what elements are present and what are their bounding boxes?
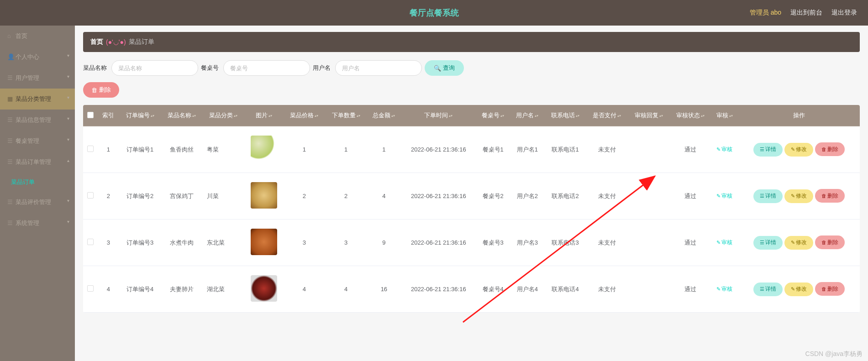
cell-order-no: 订单编号3 [119,220,161,266]
edit-icon: ✎ [791,193,795,199]
cell-reply [628,173,669,220]
col-status[interactable]: 审核状态▴▾ [669,105,711,126]
checkbox-all[interactable] [87,112,94,118]
audit-link[interactable]: ✎审核 [716,285,732,293]
col-price[interactable]: 菜品价格▴▾ [284,105,325,126]
sidebar-item-profile[interactable]: 👤个人中心▾ [0,47,75,68]
detail-button[interactable]: ☰详情 [753,283,783,296]
dish-thumbnail[interactable] [251,275,277,302]
col-paid[interactable]: 是否支付▴▾ [586,105,628,126]
chevron-down-icon: ▾ [67,53,69,58]
cell-phone: 联系电话1 [545,126,586,173]
cell-reply [628,126,669,173]
cell-order-no: 订单编号2 [119,173,161,220]
table-row: 4订单编号4夫妻肺片湖北菜44162022-06-21 21:36:16餐桌号4… [83,266,860,313]
sidebar: ⌂首页 👤个人中心▾ ☰用户管理▾ ▦菜品分类管理▾ ☰菜品信息管理▾ ☰餐桌管… [0,26,75,361]
sort-icon: ▴▾ [268,114,272,118]
audit-link[interactable]: ✎审核 [716,239,732,246]
sidebar-item-home[interactable]: ⌂首页 [0,26,75,47]
edit-button[interactable]: ✎修改 [784,143,813,157]
col-user[interactable]: 用户名▴▾ [510,105,544,126]
col-image[interactable]: 图片▴▾ [244,105,284,126]
sidebar-item-review-mgmt[interactable]: ☰菜品评价管理▾ [0,192,75,213]
sidebar-item-category-mgmt[interactable]: ▦菜品分类管理▾ [0,89,75,110]
col-dish-name[interactable]: 菜品名称▴▾ [161,105,202,126]
sidebar-item-user-mgmt[interactable]: ☰用户管理▾ [0,68,75,89]
sidebar-item-table-mgmt[interactable]: ☰餐桌管理▾ [0,131,75,152]
cell-user: 用户名2 [510,173,544,220]
delete-button[interactable]: 🗑删除 [815,282,845,296]
audit-link[interactable]: ✎审核 [716,192,732,200]
row-checkbox[interactable] [87,239,94,245]
home-icon: ⌂ [7,32,14,39]
sidebar-item-order-mgmt[interactable]: ☰菜品订单管理▴ [0,152,75,173]
delete-button[interactable]: 🗑删除 [815,235,845,249]
chevron-down-icon: ▾ [67,95,69,100]
dish-thumbnail[interactable] [251,229,277,255]
cell-table-no: 餐桌号2 [476,173,510,220]
review-icon: ☰ [7,199,14,205]
cell-total: 9 [367,220,401,266]
sidebar-item-system-mgmt[interactable]: ☰系统管理▾ [0,213,75,234]
col-order-time[interactable]: 下单时间▴▾ [401,105,476,126]
cell-dish-cat: 川菜 [202,173,244,220]
detail-icon: ☰ [760,193,764,199]
search-table-input[interactable] [223,60,310,76]
to-front-link[interactable]: 退出到前台 [790,9,822,17]
search-user-input[interactable] [335,60,422,76]
col-qty[interactable]: 下单数量▴▾ [325,105,367,126]
bulk-delete-button[interactable]: 🗑删除 [83,82,119,98]
detail-button[interactable]: ☰详情 [753,236,783,250]
cell-index: 4 [98,266,119,313]
chevron-down-icon: ▾ [67,137,69,142]
row-checkbox[interactable] [87,285,94,292]
edit-icon: ✎ [716,240,721,246]
cell-order-time: 2022-06-21 21:36:16 [401,173,476,220]
delete-button[interactable]: 🗑删除 [815,142,845,156]
order-icon: ☰ [7,158,14,165]
cell-dish-name: 水煮牛肉 [161,220,202,266]
row-checkbox[interactable] [87,192,94,199]
main-content: 首页 (●'◡'●) 菜品订单 菜品名称 餐桌号 用户名 🔍查询 🗑删除 索引 … [75,26,868,361]
sidebar-sub-orders[interactable]: 菜品订单 [0,173,75,192]
cell-phone: 联系电话4 [545,266,586,313]
admin-label[interactable]: 管理员 abo [750,9,781,17]
col-audit[interactable]: 审核▴▾ [711,105,738,126]
col-phone[interactable]: 联系电话▴▾ [545,105,586,126]
breadcrumb-home[interactable]: 首页 [90,38,103,46]
dish-thumbnail[interactable] [251,136,277,162]
row-checkbox[interactable] [87,146,94,152]
col-table-no[interactable]: 餐桌号▴▾ [476,105,510,126]
system-icon: ☰ [7,220,14,226]
detail-button[interactable]: ☰详情 [753,143,783,157]
sidebar-item-dish-mgmt[interactable]: ☰菜品信息管理▾ [0,110,75,131]
chevron-down-icon: ▾ [67,219,69,224]
edit-button[interactable]: ✎修改 [784,283,813,296]
detail-button[interactable]: ☰详情 [753,189,783,203]
logout-link[interactable]: 退出登录 [831,9,857,17]
sort-icon: ▴▾ [192,114,196,118]
sort-icon: ▴▾ [659,114,663,118]
delete-button[interactable]: 🗑删除 [815,189,845,203]
trash-icon: 🗑 [91,87,97,94]
dish-icon: ☰ [7,116,14,123]
edit-button[interactable]: ✎修改 [784,236,813,250]
cell-image [244,266,284,313]
search-name-input[interactable] [111,60,198,76]
sort-icon: ▴▾ [701,114,705,118]
dish-thumbnail[interactable] [251,182,277,209]
edit-button[interactable]: ✎修改 [784,189,813,203]
detail-icon: ☰ [760,240,764,246]
audit-link[interactable]: ✎审核 [716,146,732,153]
search-button[interactable]: 🔍查询 [425,60,464,76]
cell-paid: 未支付 [586,173,628,220]
cell-reply [628,220,669,266]
col-order-no[interactable]: 订单编号▴▾ [119,105,161,126]
col-dish-cat[interactable]: 菜品分类▴▾ [202,105,244,126]
col-total[interactable]: 总金额▴▾ [367,105,401,126]
cell-order-no: 订单编号4 [119,266,161,313]
trash-icon: 🗑 [821,286,826,292]
user-icon: 👤 [7,53,14,60]
col-reply[interactable]: 审核回复▴▾ [628,105,669,126]
edit-icon: ✎ [791,240,795,246]
